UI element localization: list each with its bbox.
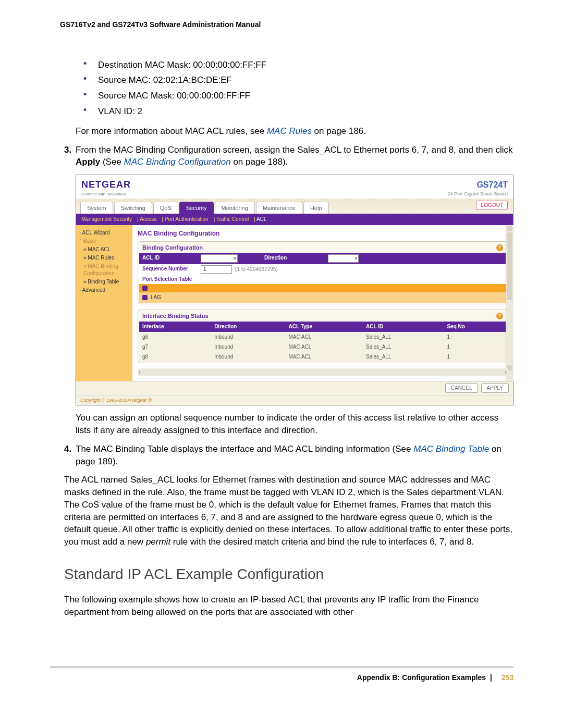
apply-button[interactable]: APPLY: [481, 384, 509, 393]
cancel-button[interactable]: CANCEL: [445, 384, 478, 393]
footer-section: Appendix B: Configuration Examples: [357, 673, 486, 682]
table-row: g8InboundMAC ACLSales_ALL1: [139, 352, 506, 362]
subnav-port-auth[interactable]: Port Authentication: [165, 216, 209, 222]
th-acl-id: ACL ID: [363, 322, 444, 332]
panel-binding-config: Binding Configuration ? ACL ID Sales_ALL…: [138, 241, 508, 304]
step-number: 4.: [64, 443, 71, 455]
nav-binding-table[interactable]: » Binding Table: [83, 278, 129, 286]
port-row-expand[interactable]: [139, 284, 506, 292]
nav-mac-acl[interactable]: » MAC ACL: [83, 246, 129, 253]
th-seq-no: Seq No: [444, 322, 506, 332]
input-sequence-number[interactable]: 1: [201, 265, 232, 274]
text: From the MAC Binding Configuration scree…: [76, 145, 513, 155]
step-3: 3. From the MAC Binding Configuration sc…: [64, 144, 513, 169]
select-acl-id[interactable]: Sales_ALL: [201, 254, 238, 263]
help-icon[interactable]: ?: [496, 313, 503, 319]
link-mac-binding-table[interactable]: MAC Binding Table: [413, 444, 489, 454]
table-row: g6InboundMAC ACLSales_ALL1: [139, 332, 506, 342]
left-nav: ACL Wizard Basic » MAC ACL » MAC Rules »…: [76, 225, 132, 381]
product-name: GS724T24 Port Gigabit Smart Switch: [447, 179, 508, 198]
tab-maintenance[interactable]: Maintenance: [256, 202, 302, 214]
section-heading: Standard IP ACL Example Configuration: [64, 564, 513, 584]
sub-nav-bar: Management Security| Access| Port Authen…: [76, 214, 513, 225]
bullet-item: Source MAC Mask: 00:00:00:00:FF:FF: [83, 90, 513, 102]
subnav-mgmt-security[interactable]: Management Security: [81, 216, 132, 222]
text: The ACL named Sales_ACL looks for Ethern…: [64, 475, 512, 547]
lag-row[interactable]: LAG: [139, 292, 506, 303]
paragraph: You can assign an optional sequence numb…: [76, 412, 513, 437]
bullet-list: Destination MAC Mask: 00:00:00:00:FF:FF …: [50, 59, 513, 118]
label-acl-id: ACL ID: [139, 253, 198, 264]
th-direction: Direction: [211, 322, 285, 332]
page-number: 253: [501, 673, 513, 682]
brand-logo: NETGEARConnect with Innovation: [81, 178, 131, 197]
text: rule with the desired match criteria and…: [170, 537, 474, 547]
text: The MAC Binding Table displays the inter…: [76, 444, 413, 454]
binding-status-table: Interface Direction ACL Type ACL ID Seq …: [139, 322, 506, 362]
nav-advanced[interactable]: Advanced: [79, 287, 129, 294]
th-interface: Interface: [139, 322, 211, 332]
text: (See: [100, 157, 124, 167]
text: on page 188).: [231, 157, 288, 167]
label-direction: Direction: [261, 253, 325, 264]
tab-bar: System Switching QoS Security Monitoring…: [76, 199, 513, 214]
subnav-acl[interactable]: ACL: [256, 216, 266, 222]
hint-sequence-range: (1 to 4294967295): [235, 266, 278, 272]
text-bold: Apply: [76, 157, 100, 167]
help-icon[interactable]: ?: [496, 244, 503, 251]
label-sequence-number: Sequence Number: [139, 264, 198, 275]
nav-acl-wizard[interactable]: ACL Wizard: [79, 229, 129, 237]
panel-interface-binding: Interface Binding Status ? Interface Dir…: [138, 310, 508, 363]
link-mac-binding-config[interactable]: MAC Binding Configuration: [124, 157, 231, 167]
table-row: g7InboundMAC ACLSales_ALL1: [139, 342, 506, 352]
paragraph: The ACL named Sales_ACL looks for Ethern…: [64, 474, 513, 548]
bullet-item: Source MAC: 02:02:1A:BC:DE:EF: [83, 74, 513, 87]
horizontal-scrollbar[interactable]: [138, 368, 508, 376]
vertical-scrollbar[interactable]: [506, 225, 513, 381]
brand-tagline: Connect with Innovation: [81, 191, 131, 197]
th-acl-type: ACL Type: [286, 322, 363, 332]
text: For more information about MAC ACL rules…: [76, 126, 267, 136]
tab-help[interactable]: Help: [303, 202, 329, 214]
text: on page 186.: [312, 126, 366, 136]
paragraph: The following example shows how to creat…: [64, 594, 513, 619]
info-paragraph: For more information about MAC ACL rules…: [76, 125, 513, 138]
logout-button[interactable]: LOGOUT: [476, 201, 508, 210]
panel-title: Binding Configuration: [142, 244, 203, 252]
step-number: 3.: [64, 144, 71, 156]
bullet-item: VLAN ID: 2: [83, 105, 513, 118]
select-direction[interactable]: Inbound: [328, 254, 359, 263]
lag-label: LAG: [151, 294, 161, 301]
nav-basic[interactable]: Basic: [79, 238, 129, 245]
link-mac-rules[interactable]: MAC Rules: [267, 126, 312, 136]
copyright-text: Copyright © 1996-2010 Netgear ®: [76, 395, 513, 405]
bottom-bar: CANCEL APPLY: [76, 381, 513, 395]
tab-monitoring[interactable]: Monitoring: [215, 202, 255, 214]
screenshot-netgear-ui: NETGEARConnect with Innovation GS724T24 …: [76, 175, 513, 405]
step-4: 4. The MAC Binding Table displays the in…: [64, 443, 513, 468]
tab-qos[interactable]: QoS: [153, 202, 178, 214]
subnav-traffic-control[interactable]: Traffic Control: [216, 216, 249, 222]
tab-switching[interactable]: Switching: [114, 202, 152, 214]
main-title: MAC Binding Configuration: [138, 229, 508, 238]
tab-security[interactable]: Security: [179, 202, 214, 214]
label-port-selection: Port Selection Table: [139, 275, 198, 284]
doc-header: GS716Tv2 and GS724Tv3 Software Administr…: [60, 20, 513, 30]
tab-system[interactable]: System: [80, 202, 113, 214]
bullet-item: Destination MAC Mask: 00:00:00:00:FF:FF: [83, 59, 513, 71]
subnav-access[interactable]: Access: [140, 216, 156, 222]
nav-mac-rules[interactable]: » MAC Rules: [83, 254, 129, 262]
main-panel: MAC Binding Configuration Binding Config…: [132, 225, 513, 381]
text-italic: permit: [146, 537, 170, 547]
panel-title: Interface Binding Status: [142, 312, 209, 320]
product-subtitle: 24 Port Gigabit Smart Switch: [447, 191, 508, 198]
footer-rule: [50, 667, 513, 668]
footer: Appendix B: Configuration Examples | 253: [50, 673, 513, 683]
nav-mac-binding-config[interactable]: » MAC Binding Configuration: [83, 263, 129, 277]
